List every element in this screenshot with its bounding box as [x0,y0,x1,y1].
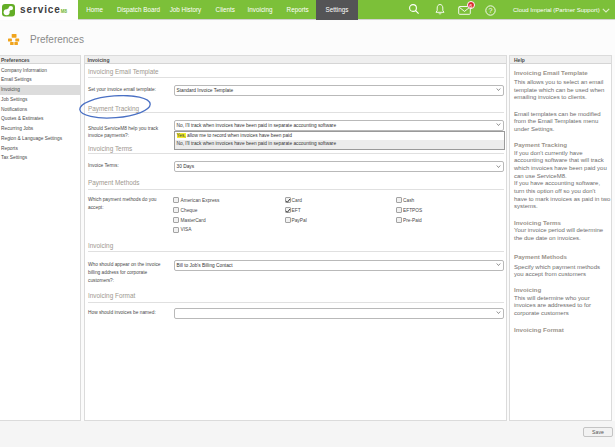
svg-text:?: ? [488,7,492,14]
